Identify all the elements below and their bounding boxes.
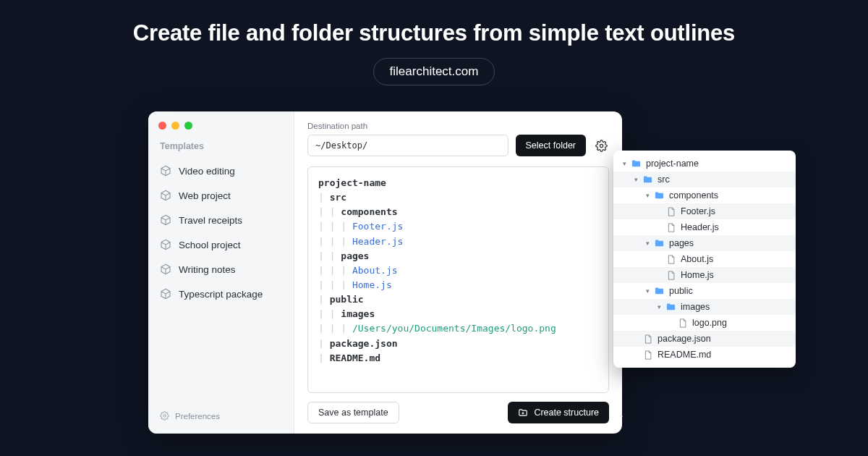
finder-file-row[interactable]: README.md [613, 347, 796, 363]
sidebar-item-label: Web project [179, 190, 231, 201]
sidebar-item-video-editing[interactable]: Video editing [148, 159, 294, 183]
chevron-down-icon: ▾ [644, 287, 651, 295]
preferences-link[interactable]: Preferences [148, 404, 294, 428]
finder-file-row[interactable]: logo.png [613, 315, 796, 331]
finder-folder-row[interactable]: ▾pages [613, 235, 796, 251]
chevron-down-icon: ▾ [644, 192, 651, 199]
window-traffic-lights [148, 120, 294, 141]
select-folder-button[interactable]: Select folder [516, 135, 586, 156]
cube-icon [160, 288, 171, 300]
svg-point-1 [600, 144, 603, 147]
finder-preview: ▾project-name▾src▾componentsFooter.jsHea… [613, 151, 796, 368]
finder-item-label: Header.js [681, 222, 719, 232]
zoom-dot-icon[interactable] [184, 122, 192, 130]
outline-editor[interactable]: project-name | src | | components | | | … [307, 166, 609, 393]
sidebar-item-label: Writing notes [179, 264, 236, 275]
finder-file-row[interactable]: Header.js [613, 219, 796, 235]
chevron-down-icon: ▾ [655, 303, 663, 311]
finder-item-label: Home.js [681, 270, 714, 280]
finder-item-label: images [681, 302, 710, 312]
gear-icon [160, 411, 169, 421]
finder-item-label: pages [669, 238, 694, 248]
svg-point-0 [163, 415, 166, 417]
sidebar-item-label: Video editing [179, 166, 235, 177]
finder-file-row[interactable]: Footer.js [613, 203, 796, 219]
finder-item-label: logo.png [692, 318, 727, 328]
destination-path-label: Destination path [307, 122, 609, 130]
finder-folder-row[interactable]: ▾project-name [613, 156, 796, 172]
settings-button[interactable] [593, 138, 609, 153]
folder-plus-icon [518, 408, 528, 418]
finder-folder-row[interactable]: ▾public [613, 283, 796, 299]
finder-file-row[interactable]: About.js [613, 251, 796, 267]
sidebar-item-label: Travel receipts [179, 215, 242, 226]
finder-item-label: README.md [658, 350, 711, 360]
cube-icon [160, 214, 171, 226]
sidebar-item-web-project[interactable]: Web project [148, 183, 294, 208]
chevron-down-icon: ▾ [632, 176, 639, 183]
finder-item-label: Footer.js [681, 206, 715, 216]
cube-icon [160, 165, 171, 177]
page-title: Create file and folder structures from s… [0, 20, 868, 46]
finder-item-label: About.js [681, 254, 713, 264]
chevron-down-icon: ▾ [644, 240, 651, 247]
save-as-template-button[interactable]: Save as template [307, 402, 399, 423]
finder-item-label: components [669, 190, 718, 200]
sidebar-item-travel-receipts[interactable]: Travel receipts [148, 208, 294, 232]
finder-file-row[interactable]: package.json [613, 331, 796, 347]
sidebar-item-school-project[interactable]: School project [148, 232, 294, 257]
finder-file-row[interactable]: Home.js [613, 267, 796, 283]
sidebar-item-writing-notes[interactable]: Writing notes [148, 257, 294, 282]
preferences-label: Preferences [175, 412, 220, 421]
cube-icon [160, 239, 171, 250]
finder-item-label: src [658, 174, 670, 185]
sidebar-item-label: Typescript package [179, 289, 263, 300]
sidebar: Templates Video editing Web project Trav… [148, 111, 294, 434]
arrow-icon [586, 405, 629, 434]
finder-item-label: public [669, 286, 693, 296]
finder-item-label: package.json [658, 334, 711, 344]
destination-path-input[interactable] [307, 135, 509, 156]
cube-icon [160, 190, 171, 201]
finder-item-label: project-name [646, 159, 699, 169]
app-window: Templates Video editing Web project Trav… [148, 111, 622, 434]
finder-folder-row[interactable]: ▾images [613, 299, 796, 315]
sidebar-item-typescript-package[interactable]: Typescript package [148, 282, 294, 306]
finder-folder-row[interactable]: ▾components [613, 187, 796, 203]
chevron-down-icon: ▾ [621, 160, 628, 167]
finder-folder-row[interactable]: ▾src [613, 172, 796, 187]
url-badge: filearchitect.com [373, 58, 495, 85]
cube-icon [160, 263, 171, 275]
gear-icon [595, 140, 608, 152]
minimize-dot-icon[interactable] [171, 122, 179, 130]
main-panel: Destination path Select folder project-n… [294, 111, 622, 434]
sidebar-item-label: School project [179, 240, 241, 250]
sidebar-heading: Templates [148, 141, 294, 159]
close-dot-icon[interactable] [158, 122, 166, 130]
